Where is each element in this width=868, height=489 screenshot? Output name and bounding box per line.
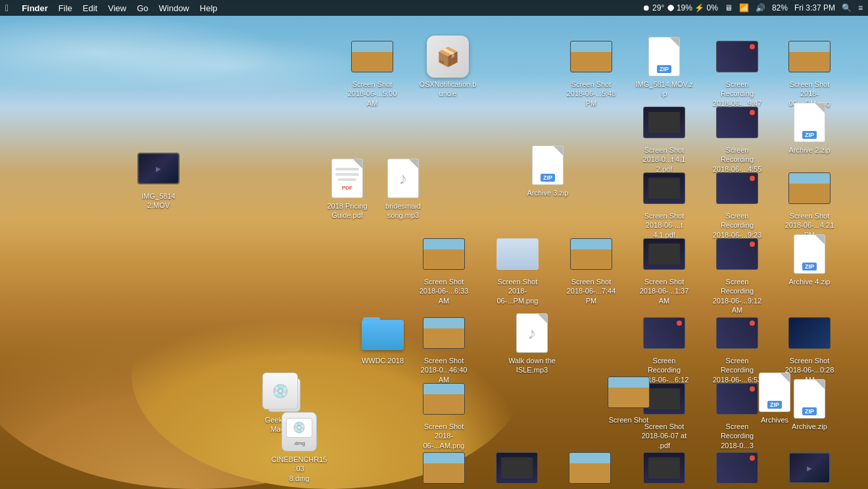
- icon-image-ss4: [643, 101, 685, 143]
- desktop-icon-mp3a[interactable]: ♪ bridesmaid song.mp3: [374, 157, 433, 220]
- desktop-icon-ss16[interactable]: Screen Shot 2018-06-...5:46 AM: [487, 447, 546, 489]
- icon-label-ss7: Screen Shot 2018-06-...6:33 AM: [415, 277, 473, 305]
- desktop-icon-ss18[interactable]: Screen Shot 2018-06-...5:12 PM: [635, 447, 694, 489]
- icon-image-rec3: [716, 167, 758, 209]
- desktop-icon-ss6[interactable]: Screen Shot 2018-06-...4:21 PM: [780, 167, 839, 240]
- icon-image-geek: 💿: [262, 371, 304, 413]
- desktop-icon-osx[interactable]: 📦 OSXNotification.b undle: [418, 36, 477, 99]
- desktop-icon-ss2[interactable]: Screen Shot 2018-06-...5:48 PM: [562, 36, 621, 108]
- desktop-icon-screenshot_det[interactable]: Screen Shot: [599, 371, 658, 425]
- desktop-icon-arc3[interactable]: ZIP Archive 3.zip: [518, 144, 577, 197]
- menubar:  Finder File Edit View Go Window Help ⏺…: [0, 0, 868, 16]
- icon-image-ss7: [423, 233, 465, 275]
- desktop-icon-img1[interactable]: ▶ IMG_5814 2.MOV: [129, 147, 188, 211]
- icon-label-ss14: Screen Shot 2018-06-07 at .pdf: [635, 422, 693, 450]
- icon-label-ss10: Screen Shot 2018-06-...1:37 AM: [635, 277, 693, 305]
- icon-image-ss10: [643, 233, 685, 275]
- icon-image-ss13: [423, 378, 465, 420]
- menubar-icons: ⏺ 29° ⬤ 19% ⚡ 0%: [642, 3, 718, 13]
- icon-image-screenshot_det: [608, 371, 650, 413]
- edit-menu[interactable]: Edit: [83, 3, 97, 13]
- desktop-icon-ss7[interactable]: Screen Shot 2018-06-...6:33 AM: [414, 233, 473, 305]
- desktop-icon-cine[interactable]: 💿 .dmg CINEBENCHR15.03 8.dmg: [270, 411, 329, 483]
- icon-image-ss5: [643, 167, 685, 209]
- view-menu[interactable]: View: [108, 3, 126, 13]
- icon-label-ss13: Screen Shot 2018-06-...AM.png: [415, 422, 473, 450]
- icon-image-ss6: [788, 167, 831, 209]
- desktop-icon-ss5[interactable]: Screen Shot 2018-06-...t 4.1.pdf: [635, 167, 694, 240]
- icon-image-rec5: [643, 312, 685, 354]
- icon-label-zip3: Archive 4.zip: [789, 277, 831, 286]
- desktop-icon-ss10[interactable]: Screen Shot 2018-06-...1:37 AM: [635, 233, 694, 305]
- icon-image-rec6: [716, 312, 758, 354]
- icon-label-arc3: Archive 3.zip: [527, 188, 569, 197]
- icon-image-rec2: [716, 101, 758, 143]
- desktop-icon-archives[interactable]: ZIP Archives: [745, 371, 804, 425]
- icon-image-wwdc: [362, 312, 404, 354]
- desktop-icon-rec4[interactable]: Screen Recording 2018-06-...9:12 AM: [708, 233, 767, 315]
- icon-image-ss1: [351, 36, 393, 78]
- icon-label-img1: IMG_5814 2.MOV: [130, 192, 187, 211]
- icon-image-qt: ▶: [788, 447, 831, 489]
- desktop-icon-ss11[interactable]: Screen Shot 2018-0...46:40 AM: [414, 312, 473, 384]
- search-icon[interactable]: 🔍: [842, 3, 852, 13]
- apple-menu[interactable]: : [5, 3, 9, 13]
- desktop-icon-ss8[interactable]: Screen Shot 2018-06-...PM.png: [488, 233, 547, 305]
- icon-image-zip1: ZIP: [643, 36, 685, 78]
- desktop-icon-ss15[interactable]: Screen Shot 2018-06-...0:10 AM: [414, 447, 473, 489]
- desktop-icon-isle[interactable]: ♪ Walk down the ISLE.mp3: [502, 312, 562, 375]
- icon-label-ss2: Screen Shot 2018-06-...5:48 PM: [562, 80, 620, 108]
- icon-label-wwdc: WWDC 2018: [362, 356, 404, 365]
- icon-image-arc3: ZIP: [527, 144, 569, 186]
- icon-label-ss1: Screen Shot 2018-06-...5:00 AM: [343, 80, 401, 108]
- desktop-icon-ss9[interactable]: Screen Shot 2018-06-...7:44 PM: [562, 233, 621, 305]
- icon-label-pdf1: 2018 Pricing Guide.pdf: [327, 201, 367, 220]
- icon-image-img1: ▶: [137, 147, 180, 190]
- icon-label-ss9: Screen Shot 2018-06-...7:44 PM: [562, 277, 620, 305]
- wifi-icon: 📶: [739, 3, 749, 13]
- icon-label-ss8: Screen Shot 2018-06-...PM.png: [489, 277, 546, 305]
- screen-icon: 🖥: [725, 3, 733, 13]
- icon-label-isle: Walk down the ISLE.mp3: [508, 356, 556, 375]
- file-menu[interactable]: File: [59, 3, 72, 13]
- icon-label-mp3a: bridesmaid song.mp3: [385, 201, 421, 220]
- menubar-left:  Finder File Edit View Go Window Help: [5, 3, 218, 13]
- desktop-icon-ss17[interactable]: Screen Shot 2018-06-...5:27 PM: [560, 447, 619, 489]
- icon-image-zip2: ZIP: [788, 101, 831, 143]
- icon-image-rec8: [716, 447, 758, 489]
- desktop-icon-zip2[interactable]: ZIP Archive 2.zip: [780, 101, 839, 155]
- desktop: Screen Shot 2018-06-...5:00 AM 📦 OSXNoti…: [0, 16, 868, 489]
- icon-image-mp3a: ♪: [382, 157, 424, 199]
- desktop-icon-ss1[interactable]: Screen Shot 2018-06-...5:00 AM: [343, 36, 402, 108]
- list-icon[interactable]: ≡: [858, 3, 863, 13]
- desktop-icon-zip3[interactable]: ZIP Archive 4.zip: [780, 233, 839, 286]
- window-menu[interactable]: Window: [159, 3, 189, 13]
- icon-image-pdf1: PDF: [326, 157, 368, 199]
- icon-image-ss16: [496, 447, 538, 489]
- finder-menu[interactable]: Finder: [22, 3, 48, 13]
- menubar-time: Fri 3:37 PM: [794, 3, 835, 13]
- icon-image-ss15: [423, 447, 465, 489]
- help-menu[interactable]: Help: [200, 3, 218, 13]
- icon-image-ss8: [496, 233, 539, 275]
- desktop-icon-rec8[interactable]: Screen Recording 2018-06-...7:44 AM: [708, 447, 767, 489]
- menubar-right: ⏺ 29° ⬤ 19% ⚡ 0% 🖥 📶 🔊 82% Fri 3:37 PM 🔍…: [642, 3, 863, 13]
- icon-label-osx: OSXNotification.b undle: [420, 80, 477, 99]
- icon-image-ss12: [788, 312, 831, 354]
- icon-label-zip1: IMG_5814.MOV.zip: [635, 80, 693, 99]
- icon-image-osx: 📦: [427, 36, 469, 78]
- desktop-icon-wwdc[interactable]: WWDC 2018: [353, 312, 412, 365]
- go-menu[interactable]: Go: [137, 3, 148, 13]
- desktop-icon-zip1[interactable]: ZIP IMG_5814.MOV.zip: [635, 36, 694, 99]
- desktop-icon-ss13[interactable]: Screen Shot 2018-06-...AM.png: [414, 378, 473, 450]
- desktop-icon-ss3[interactable]: Screen Shot 2018-06-...PM.png: [780, 36, 839, 108]
- icon-label-cine: CINEBENCHR15.03 8.dmg: [270, 455, 328, 483]
- desktop-icon-ss4[interactable]: Screen Shot 2018-0...t 4.1 2.pdf: [635, 101, 694, 174]
- desktop-icon-qt[interactable]: ▶ quicktime.mov: [780, 447, 839, 489]
- icon-image-zip3: ZIP: [788, 233, 831, 275]
- icon-label-zip2: Archive 2.zip: [789, 145, 831, 155]
- icon-image-ss2: [570, 36, 612, 78]
- desktop-icon-pdf1[interactable]: PDF 2018 Pricing Guide.pdf: [318, 157, 377, 220]
- icon-label-archives: Archives: [761, 415, 788, 425]
- icon-image-ss11: [423, 312, 465, 354]
